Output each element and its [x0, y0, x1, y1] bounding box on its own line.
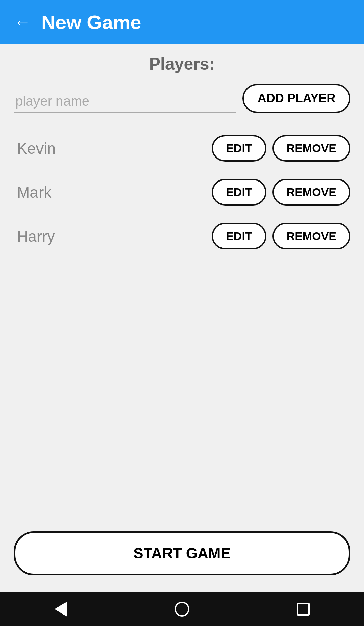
section-title: Players:: [14, 54, 350, 74]
player-name-0: Kevin: [14, 139, 212, 158]
player-name-1: Mark: [14, 183, 212, 201]
nav-recents-button[interactable]: [291, 597, 315, 621]
player-name-input[interactable]: [14, 90, 236, 113]
player-list: KevinEDITREMOVEMarkEDITREMOVEHarryEDITRE…: [14, 126, 350, 258]
edit-player-2-button[interactable]: EDIT: [212, 223, 266, 249]
add-player-button[interactable]: ADD PLAYER: [242, 84, 350, 113]
player-name-2: Harry: [14, 227, 212, 245]
edit-player-1-button[interactable]: EDIT: [212, 179, 266, 206]
remove-player-1-button[interactable]: REMOVE: [272, 179, 350, 206]
player-row: HarryEDITREMOVE: [14, 214, 350, 258]
app-bar: ← New Game: [0, 0, 364, 44]
player-row: MarkEDITREMOVE: [14, 170, 350, 214]
player-actions-1: EDITREMOVE: [212, 179, 350, 206]
start-game-button[interactable]: START GAME: [14, 531, 350, 575]
nav-recents-icon: [297, 603, 310, 616]
bottom-area: START GAME: [14, 258, 350, 592]
remove-player-0-button[interactable]: REMOVE: [272, 135, 350, 162]
back-button[interactable]: ←: [14, 13, 31, 31]
player-actions-0: EDITREMOVE: [212, 135, 350, 162]
add-player-row: ADD PLAYER: [14, 84, 350, 116]
player-row: KevinEDITREMOVE: [14, 126, 350, 170]
nav-back-button[interactable]: [49, 597, 73, 621]
edit-player-0-button[interactable]: EDIT: [212, 135, 266, 162]
android-nav-bar: [0, 592, 364, 626]
nav-home-button[interactable]: [170, 597, 194, 621]
remove-player-2-button[interactable]: REMOVE: [272, 223, 350, 249]
nav-home-icon: [175, 602, 189, 617]
player-actions-2: EDITREMOVE: [212, 223, 350, 249]
nav-back-icon: [55, 602, 67, 617]
app-bar-title: New Game: [41, 11, 141, 33]
main-content: Players: ADD PLAYER KevinEDITREMOVEMarkE…: [0, 44, 364, 592]
